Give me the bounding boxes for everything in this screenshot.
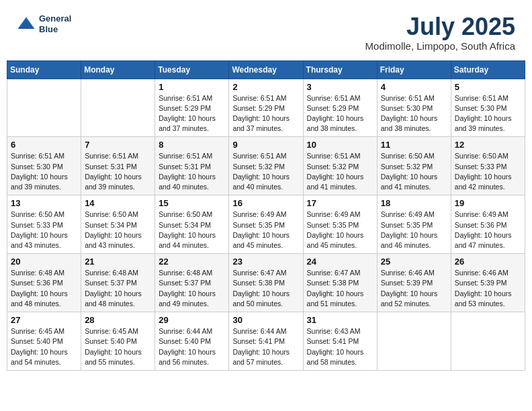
- day-number: 11: [381, 140, 447, 150]
- cell-content: Sunrise: 6:49 AM Sunset: 5:35 PM Dayligh…: [307, 210, 373, 250]
- day-number: 28: [85, 315, 151, 325]
- weekday-header: Sunday: [7, 60, 81, 79]
- day-number: 23: [232, 257, 299, 267]
- day-number: 3: [307, 82, 373, 92]
- weekday-header: Wednesday: [229, 60, 303, 79]
- calendar-cell: [7, 79, 81, 137]
- calendar-cell: 7Sunrise: 6:51 AM Sunset: 5:31 PM Daylig…: [81, 137, 155, 195]
- calendar-week-row: 13Sunrise: 6:50 AM Sunset: 5:33 PM Dayli…: [7, 195, 525, 254]
- calendar-week-row: 6Sunrise: 6:51 AM Sunset: 5:30 PM Daylig…: [7, 137, 525, 195]
- day-number: 20: [11, 257, 77, 267]
- day-number: 29: [159, 315, 225, 325]
- calendar-cell: 28Sunrise: 6:45 AM Sunset: 5:40 PM Dayli…: [81, 312, 155, 371]
- cell-content: Sunrise: 6:50 AM Sunset: 5:33 PM Dayligh…: [11, 210, 77, 250]
- calendar-week-row: 20Sunrise: 6:48 AM Sunset: 5:36 PM Dayli…: [7, 254, 525, 312]
- cell-content: Sunrise: 6:43 AM Sunset: 5:41 PM Dayligh…: [307, 326, 373, 367]
- calendar-cell: 30Sunrise: 6:44 AM Sunset: 5:41 PM Dayli…: [229, 312, 303, 371]
- cell-content: Sunrise: 6:44 AM Sunset: 5:40 PM Dayligh…: [159, 326, 225, 367]
- cell-content: Sunrise: 6:51 AM Sunset: 5:32 PM Dayligh…: [307, 151, 373, 192]
- calendar-cell: [377, 312, 451, 371]
- cell-content: Sunrise: 6:50 AM Sunset: 5:34 PM Dayligh…: [159, 210, 225, 250]
- calendar-cell: 1Sunrise: 6:51 AM Sunset: 5:29 PM Daylig…: [155, 79, 229, 137]
- calendar-table: SundayMondayTuesdayWednesdayThursdayFrid…: [7, 60, 525, 371]
- day-number: 12: [455, 140, 521, 150]
- calendar-cell: 25Sunrise: 6:46 AM Sunset: 5:39 PM Dayli…: [377, 254, 451, 312]
- weekday-header: Monday: [81, 60, 155, 79]
- calendar-week-row: 27Sunrise: 6:45 AM Sunset: 5:40 PM Dayli…: [7, 312, 525, 371]
- calendar-cell: 8Sunrise: 6:51 AM Sunset: 5:31 PM Daylig…: [155, 137, 229, 195]
- calendar-cell: 31Sunrise: 6:43 AM Sunset: 5:41 PM Dayli…: [303, 312, 377, 371]
- cell-content: Sunrise: 6:50 AM Sunset: 5:32 PM Dayligh…: [381, 151, 447, 192]
- cell-content: Sunrise: 6:51 AM Sunset: 5:29 PM Dayligh…: [159, 93, 225, 134]
- day-number: 30: [232, 315, 299, 325]
- logo-icon: [17, 15, 36, 34]
- cell-content: Sunrise: 6:51 AM Sunset: 5:30 PM Dayligh…: [455, 93, 521, 134]
- day-number: 16: [232, 198, 299, 208]
- calendar-cell: 17Sunrise: 6:49 AM Sunset: 5:35 PM Dayli…: [303, 195, 377, 254]
- cell-content: Sunrise: 6:51 AM Sunset: 5:29 PM Dayligh…: [232, 93, 299, 134]
- calendar-cell: 11Sunrise: 6:50 AM Sunset: 5:32 PM Dayli…: [377, 137, 451, 195]
- cell-content: Sunrise: 6:50 AM Sunset: 5:34 PM Dayligh…: [85, 210, 151, 250]
- calendar-cell: 19Sunrise: 6:49 AM Sunset: 5:36 PM Dayli…: [451, 195, 525, 254]
- logo-line1: General: [39, 13, 71, 24]
- weekday-header: Friday: [377, 60, 451, 79]
- day-number: 25: [381, 257, 447, 267]
- day-number: 31: [307, 315, 373, 325]
- day-number: 14: [85, 198, 151, 208]
- cell-content: Sunrise: 6:47 AM Sunset: 5:38 PM Dayligh…: [232, 268, 299, 309]
- day-number: 5: [455, 82, 521, 92]
- calendar-cell: [451, 312, 525, 371]
- location-subtitle: Modimolle, Limpopo, South Africa: [365, 40, 515, 52]
- day-number: 13: [11, 198, 77, 208]
- weekday-header: Saturday: [451, 60, 525, 79]
- calendar-cell: 4Sunrise: 6:51 AM Sunset: 5:30 PM Daylig…: [377, 79, 451, 137]
- calendar-header-row: SundayMondayTuesdayWednesdayThursdayFrid…: [7, 60, 525, 79]
- logo-text: General Blue: [39, 13, 71, 34]
- cell-content: Sunrise: 6:51 AM Sunset: 5:30 PM Dayligh…: [11, 151, 77, 192]
- calendar-cell: 13Sunrise: 6:50 AM Sunset: 5:33 PM Dayli…: [7, 195, 81, 254]
- cell-content: Sunrise: 6:49 AM Sunset: 5:35 PM Dayligh…: [232, 210, 299, 250]
- logo: General Blue: [17, 13, 71, 34]
- day-number: 15: [159, 198, 225, 208]
- cell-content: Sunrise: 6:48 AM Sunset: 5:37 PM Dayligh…: [159, 268, 225, 309]
- calendar-cell: [81, 79, 155, 137]
- calendar-cell: 29Sunrise: 6:44 AM Sunset: 5:40 PM Dayli…: [155, 312, 229, 371]
- cell-content: Sunrise: 6:45 AM Sunset: 5:40 PM Dayligh…: [85, 326, 151, 367]
- day-number: 24: [307, 257, 373, 267]
- calendar-cell: 22Sunrise: 6:48 AM Sunset: 5:37 PM Dayli…: [155, 254, 229, 312]
- weekday-header: Tuesday: [155, 60, 229, 79]
- cell-content: Sunrise: 6:49 AM Sunset: 5:35 PM Dayligh…: [381, 210, 447, 250]
- calendar-cell: 6Sunrise: 6:51 AM Sunset: 5:30 PM Daylig…: [7, 137, 81, 195]
- day-number: 17: [307, 198, 373, 208]
- calendar-cell: 3Sunrise: 6:51 AM Sunset: 5:29 PM Daylig…: [303, 79, 377, 137]
- day-number: 21: [85, 257, 151, 267]
- calendar-cell: 14Sunrise: 6:50 AM Sunset: 5:34 PM Dayli…: [81, 195, 155, 254]
- cell-content: Sunrise: 6:44 AM Sunset: 5:41 PM Dayligh…: [232, 326, 299, 367]
- calendar-cell: 2Sunrise: 6:51 AM Sunset: 5:29 PM Daylig…: [229, 79, 303, 137]
- calendar-cell: 16Sunrise: 6:49 AM Sunset: 5:35 PM Dayli…: [229, 195, 303, 254]
- day-number: 18: [381, 198, 447, 208]
- cell-content: Sunrise: 6:45 AM Sunset: 5:40 PM Dayligh…: [11, 326, 77, 367]
- day-number: 8: [159, 140, 225, 150]
- calendar-cell: 27Sunrise: 6:45 AM Sunset: 5:40 PM Dayli…: [7, 312, 81, 371]
- day-number: 26: [455, 257, 521, 267]
- cell-content: Sunrise: 6:51 AM Sunset: 5:32 PM Dayligh…: [232, 151, 299, 192]
- day-number: 4: [381, 82, 447, 92]
- cell-content: Sunrise: 6:49 AM Sunset: 5:36 PM Dayligh…: [455, 210, 521, 250]
- calendar-cell: 12Sunrise: 6:50 AM Sunset: 5:33 PM Dayli…: [451, 137, 525, 195]
- calendar-cell: 5Sunrise: 6:51 AM Sunset: 5:30 PM Daylig…: [451, 79, 525, 137]
- day-number: 6: [11, 140, 77, 150]
- logo-line2: Blue: [39, 24, 71, 35]
- calendar-cell: 26Sunrise: 6:46 AM Sunset: 5:39 PM Dayli…: [451, 254, 525, 312]
- cell-content: Sunrise: 6:48 AM Sunset: 5:37 PM Dayligh…: [85, 268, 151, 309]
- cell-content: Sunrise: 6:47 AM Sunset: 5:38 PM Dayligh…: [307, 268, 373, 309]
- calendar-cell: 21Sunrise: 6:48 AM Sunset: 5:37 PM Dayli…: [81, 254, 155, 312]
- calendar-cell: 23Sunrise: 6:47 AM Sunset: 5:38 PM Dayli…: [229, 254, 303, 312]
- cell-content: Sunrise: 6:51 AM Sunset: 5:31 PM Dayligh…: [85, 151, 151, 192]
- cell-content: Sunrise: 6:48 AM Sunset: 5:36 PM Dayligh…: [11, 268, 77, 309]
- calendar-cell: 9Sunrise: 6:51 AM Sunset: 5:32 PM Daylig…: [229, 137, 303, 195]
- day-number: 19: [455, 198, 521, 208]
- day-number: 9: [232, 140, 299, 150]
- cell-content: Sunrise: 6:46 AM Sunset: 5:39 PM Dayligh…: [455, 268, 521, 309]
- day-number: 27: [11, 315, 77, 325]
